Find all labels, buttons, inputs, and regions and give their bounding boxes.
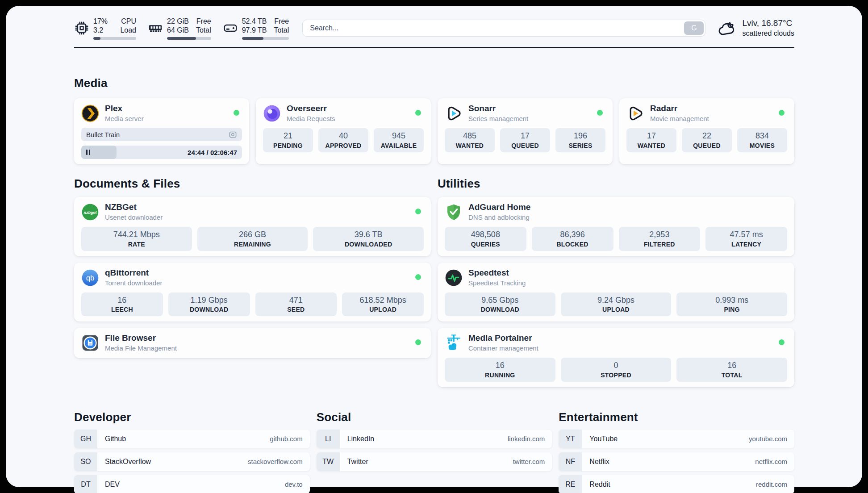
now-playing-title: Bullet Train bbox=[86, 131, 229, 138]
disk-progress-fill bbox=[242, 37, 264, 40]
app-card-plex[interactable]: Plex Media server Bullet Train bbox=[74, 98, 249, 164]
weather-text: Lviv, 16.87°C scattered clouds bbox=[742, 18, 794, 38]
app-card-portainer[interactable]: Media Portainer Container management 16 … bbox=[438, 328, 794, 387]
topbar-divider bbox=[74, 47, 794, 48]
search-engine-button[interactable]: G bbox=[684, 21, 704, 35]
bookmark-name: LinkedIn bbox=[347, 435, 375, 443]
memory-ram-icon bbox=[148, 21, 163, 36]
svg-text:nzbget: nzbget bbox=[84, 210, 97, 215]
cpu-stat-widget: 17% 3.2 CPU Load bbox=[74, 17, 136, 40]
stat-box-ping: 0.993 ms PING bbox=[676, 292, 787, 317]
app-card-overseerr[interactable]: Overseerr Media Requests 21 PENDING 40 A… bbox=[256, 98, 431, 164]
bookmark-name: DEV bbox=[105, 480, 120, 489]
app-card-radarr[interactable]: Radarr Movie management 17 WANTED 22 QUE… bbox=[619, 98, 794, 164]
stat-box-filtered: 2,953 FILTERED bbox=[619, 227, 701, 251]
system-stats: 17% 3.2 CPU Load bbox=[74, 17, 289, 40]
app-name: Media Portainer bbox=[468, 333, 538, 343]
card-header: Speedtest Speedtest Tracking bbox=[445, 268, 787, 288]
stat-box-total: 16 TOTAL bbox=[676, 358, 787, 382]
radarr-icon bbox=[626, 104, 644, 122]
status-dot-online bbox=[415, 339, 421, 345]
plex-icon bbox=[81, 104, 99, 122]
app-description: Usenet downloader bbox=[105, 213, 163, 222]
bookmark-abbr: NF bbox=[559, 452, 582, 471]
search-input[interactable] bbox=[302, 20, 705, 37]
memory-label-top: Free bbox=[196, 17, 211, 26]
card-header-text: Sonarr Series management bbox=[468, 104, 528, 123]
status-dot-online bbox=[597, 110, 603, 116]
card-header: Plex Media server bbox=[81, 104, 242, 123]
app-card-filebrowser[interactable]: File Browser Media File Management bbox=[74, 328, 431, 358]
bookmark-twitter[interactable]: TW Twitter twitter.com bbox=[317, 452, 552, 471]
bookmark-reddit[interactable]: RE Reddit reddit.com bbox=[559, 475, 794, 493]
status-dot-online bbox=[415, 209, 421, 214]
app-description: Media File Management bbox=[105, 344, 177, 353]
bookmark-name: Netflix bbox=[589, 458, 609, 466]
bookmark-url: dev.to bbox=[285, 480, 303, 488]
stat-box-downloaded: 39.6 TB DOWNLOADED bbox=[313, 227, 424, 251]
qbittorrent-icon: qb bbox=[81, 269, 99, 287]
bookmark-name: Twitter bbox=[347, 458, 368, 466]
stat-box-queued: 22 QUEUED bbox=[682, 128, 732, 152]
stat-box-rate: 744.21 Mbps RATE bbox=[81, 227, 192, 251]
card-header: AdGuard Home DNS and adblocking bbox=[445, 202, 787, 222]
bookmark-netflix[interactable]: NF Netflix netflix.com bbox=[559, 452, 794, 471]
app-description: DNS and adblocking bbox=[468, 213, 530, 222]
bookmark-dev[interactable]: DT DEV dev.to bbox=[74, 475, 310, 493]
app-name: qBittorrent bbox=[105, 268, 162, 278]
stat-box-wanted: 485 WANTED bbox=[445, 128, 495, 152]
bookmark-stackoverflow[interactable]: SO StackOverflow stackoverflow.com bbox=[74, 452, 310, 471]
cpu-progress-track bbox=[93, 37, 136, 40]
now-playing-row[interactable]: Bullet Train bbox=[81, 128, 242, 141]
section-documents: Documents & Files nzbget NZBGet bbox=[74, 177, 431, 358]
bookmark-youtube[interactable]: YT YouTube youtube.com bbox=[559, 430, 794, 448]
bookmark-url: linkedin.com bbox=[508, 435, 545, 443]
card-header: File Browser Media File Management bbox=[81, 333, 424, 353]
cpu-progress-fill bbox=[93, 37, 100, 40]
stats-row: 485 WANTED 17 QUEUED 196 SERIES bbox=[445, 128, 605, 152]
playback-progress-row[interactable]: 24:44 / 02:06:47 bbox=[81, 146, 242, 159]
card-header-text: Media Portainer Container management bbox=[468, 333, 538, 352]
app-card-adguard[interactable]: AdGuard Home DNS and adblocking 498,508 … bbox=[438, 197, 794, 256]
cpu-label-bottom: Load bbox=[120, 26, 136, 35]
status-dot-online bbox=[234, 110, 239, 116]
section-social: Social LI LinkedIn linkedin.com TW Twitt… bbox=[317, 410, 552, 471]
disk-progress-track bbox=[242, 37, 289, 40]
section-media: Media Plex Media server bbox=[74, 76, 794, 164]
section-entertainment: Entertainment YT YouTube youtube.com NF … bbox=[559, 410, 794, 493]
memory-total-value: 64 GiB bbox=[167, 26, 189, 35]
card-header-text: Radarr Movie management bbox=[650, 104, 709, 123]
card-header: Overseerr Media Requests bbox=[263, 104, 424, 123]
bookmark-list-entertainment: YT YouTube youtube.com NF Netflix netfli… bbox=[559, 430, 794, 493]
app-card-nzbget[interactable]: nzbget NZBGet Usenet downloader 744.21 M… bbox=[74, 197, 431, 256]
stats-row: 744.21 Mbps RATE 266 GB REMAINING 39.6 T… bbox=[81, 227, 424, 251]
stat-box-movies: 834 MOVIES bbox=[737, 128, 787, 152]
stat-box-series: 196 SERIES bbox=[555, 128, 605, 152]
stat-box-remaining: 266 GB REMAINING bbox=[197, 227, 308, 251]
stat-box-available: 945 AVAILABLE bbox=[374, 128, 424, 152]
app-card-sonarr[interactable]: Sonarr Series management 485 WANTED 17 Q… bbox=[438, 98, 613, 164]
stat-box-pending: 21 PENDING bbox=[263, 128, 313, 152]
stat-box-upload: 9.24 Gbps UPLOAD bbox=[561, 292, 672, 317]
card-header: nzbget NZBGet Usenet downloader bbox=[81, 202, 424, 222]
section-developer: Developer GH Github github.com SO StackO… bbox=[74, 410, 310, 493]
disk-stat-widget: 52.4 TB 97.9 TB Free Total bbox=[223, 17, 289, 40]
stat-box-stopped: 0 STOPPED bbox=[561, 358, 672, 382]
app-card-qbittorrent[interactable]: qb qBittorrent Torrent downloader 16 LEE… bbox=[74, 263, 431, 322]
bookmark-abbr: DT bbox=[74, 475, 97, 493]
section-utilities: Utilities AdGuard Home bbox=[438, 177, 794, 387]
stat-box-wanted: 17 WANTED bbox=[626, 128, 676, 152]
bookmark-url: netflix.com bbox=[755, 458, 787, 465]
app-name: AdGuard Home bbox=[468, 202, 530, 213]
bookmark-linkedin[interactable]: LI LinkedIn linkedin.com bbox=[317, 430, 552, 448]
dashboard-panel: 17% 3.2 CPU Load bbox=[6, 6, 862, 487]
bookmark-abbr: TW bbox=[317, 452, 340, 471]
stats-row: 498,508 QUERIES 86,396 BLOCKED 2,953 FIL… bbox=[445, 227, 787, 251]
app-name: Radarr bbox=[650, 104, 709, 114]
search-bar: G bbox=[302, 20, 705, 37]
bookmark-name: YouTube bbox=[589, 435, 618, 443]
disk-drive-icon bbox=[223, 21, 238, 36]
stats-row: 17 WANTED 22 QUEUED 834 MOVIES bbox=[626, 128, 787, 152]
bookmark-github[interactable]: GH Github github.com bbox=[74, 430, 310, 448]
app-card-speedtest[interactable]: Speedtest Speedtest Tracking 9.65 Gbps D… bbox=[438, 263, 794, 322]
